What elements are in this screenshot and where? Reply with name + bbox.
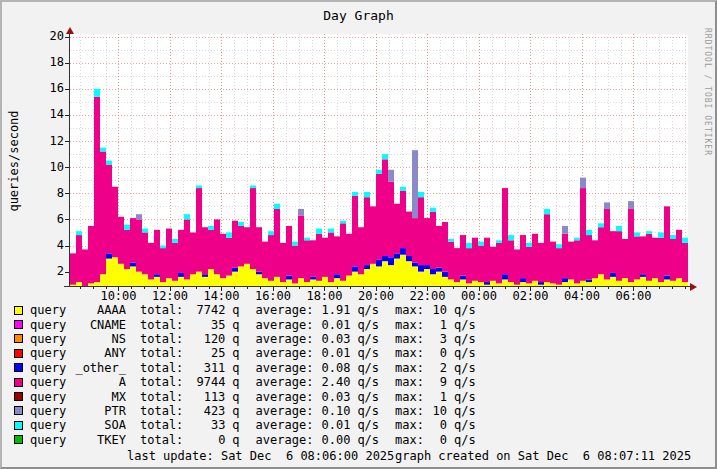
legend-q-unit: q xyxy=(232,332,239,346)
legend-query-type: A xyxy=(68,375,126,389)
legend-total-label: total: xyxy=(140,390,183,404)
legend-row: query A total: 9744 q average: 2.40 q/s … xyxy=(14,375,704,389)
legend-average-value: 0.03 xyxy=(320,390,350,404)
legend-total-value: 9744 xyxy=(183,375,225,389)
y-tick-label: 2 xyxy=(30,265,64,278)
x-tick-label: 20:00 xyxy=(354,290,398,303)
legend-total-value: 423 xyxy=(183,404,225,418)
legend-prefix: query xyxy=(30,404,68,418)
legend-total-value: 311 xyxy=(183,361,225,375)
legend-average-value: 0.01 xyxy=(320,346,350,360)
legend-prefix: query xyxy=(30,303,68,317)
y-tick-label: 6 xyxy=(30,213,64,226)
legend-qs-unit2: q/s xyxy=(454,361,476,375)
legend-max-label: max: xyxy=(395,404,424,418)
legend-max-label: max: xyxy=(395,318,424,332)
legend-average-value: 0.03 xyxy=(320,332,350,346)
legend-max-label: max: xyxy=(395,390,424,404)
legend-average-label: average: xyxy=(256,318,314,332)
legend-q-unit: q xyxy=(232,390,239,404)
y-tick-label: 10 xyxy=(30,161,64,174)
legend-query-type: _other_ xyxy=(68,361,126,375)
legend-qs-unit: q/s xyxy=(357,418,379,432)
legend-total-label: total: xyxy=(140,433,183,447)
legend-qs-unit: q/s xyxy=(357,433,379,447)
legend-total-value: 25 xyxy=(183,346,225,360)
legend-q-unit: q xyxy=(232,433,239,447)
legend-total-value: 7742 xyxy=(183,303,225,317)
legend-max-label: max: xyxy=(395,303,424,317)
legend-total-label: total: xyxy=(140,303,183,317)
x-tick-label: 18:00 xyxy=(302,290,346,303)
legend-query-type: PTR xyxy=(68,404,126,418)
y-tick-label: 16 xyxy=(30,82,64,95)
legend-total-label: total: xyxy=(140,418,183,432)
legend-prefix: query xyxy=(30,332,68,346)
legend-average-label: average: xyxy=(256,390,314,404)
legend-average-value: 2.40 xyxy=(320,375,350,389)
x-tick-label: 00:00 xyxy=(457,290,501,303)
y-tick-label: 8 xyxy=(30,187,64,200)
y-tick-label: 4 xyxy=(30,239,64,252)
legend-average-label: average: xyxy=(256,346,314,360)
legend-qs-unit: q/s xyxy=(357,318,379,332)
legend-qs-unit2: q/s xyxy=(454,303,476,317)
legend-query-type: ANY xyxy=(68,346,126,360)
legend-average-label: average: xyxy=(256,433,314,447)
legend-max-value: 10 xyxy=(431,303,447,317)
x-tick-label: 10:00 xyxy=(96,290,140,303)
legend-prefix: query xyxy=(30,361,68,375)
legend-average-label: average: xyxy=(256,375,314,389)
legend-qs-unit2: q/s xyxy=(454,390,476,404)
legend-max-value: 1 xyxy=(431,318,447,332)
legend-qs-unit2: q/s xyxy=(454,418,476,432)
legend-total-label: total: xyxy=(140,332,183,346)
legend-row: query MX total: 113 q average: 0.03 q/s … xyxy=(14,389,704,403)
legend-row: query CNAME total: 35 q average: 0.01 q/… xyxy=(14,317,704,331)
legend-swatch-icon xyxy=(14,435,23,444)
legend-query-type: MX xyxy=(68,390,126,404)
legend-total-value: 0 xyxy=(183,433,225,447)
y-axis-label: queries/second xyxy=(7,91,21,231)
legend-total-label: total: xyxy=(140,404,183,418)
legend-total-label: total: xyxy=(140,318,183,332)
legend-prefix: query xyxy=(30,318,68,332)
legend-query-type: AAAA xyxy=(68,303,126,317)
footer: last update: Sat Dec 6 08:06:00 2025 gra… xyxy=(2,449,715,469)
legend-max-value: 0 xyxy=(431,346,447,360)
legend-prefix: query xyxy=(30,346,68,360)
legend-total-label: total: xyxy=(140,346,183,360)
legend-swatch-icon xyxy=(14,406,23,415)
legend-average-value: 0.08 xyxy=(320,361,350,375)
x-tick-label: 04:00 xyxy=(560,290,604,303)
y-tick-label: 14 xyxy=(30,108,64,121)
x-tick-label: 02:00 xyxy=(508,290,552,303)
legend-total-value: 120 xyxy=(183,332,225,346)
legend-row: query TKEY total: 0 q average: 0.00 q/s … xyxy=(14,433,704,447)
legend-q-unit: q xyxy=(232,375,239,389)
legend-qs-unit: q/s xyxy=(357,361,379,375)
legend-swatch-icon xyxy=(14,421,23,430)
legend-max-label: max: xyxy=(395,361,424,375)
legend-q-unit: q xyxy=(232,404,239,418)
legend-query-type: NS xyxy=(68,332,126,346)
legend-total-value: 35 xyxy=(183,318,225,332)
legend-qs-unit2: q/s xyxy=(454,433,476,447)
x-tick-label: 12:00 xyxy=(148,290,192,303)
y-tick-label: 18 xyxy=(30,56,64,69)
legend-prefix: query xyxy=(30,375,68,389)
legend-max-value: 2 xyxy=(431,361,447,375)
legend-average-label: average: xyxy=(256,404,314,418)
legend-average-label: average: xyxy=(256,332,314,346)
legend-max-label: max: xyxy=(395,433,424,447)
legend-total-value: 33 xyxy=(183,418,225,432)
legend-query-type: TKEY xyxy=(68,433,126,447)
legend-prefix: query xyxy=(30,390,68,404)
legend-row: query PTR total: 423 q average: 0.10 q/s… xyxy=(14,404,704,418)
legend-swatch-icon xyxy=(14,306,23,315)
legend-average-label: average: xyxy=(256,418,314,432)
y-tick-label: 20 xyxy=(30,30,64,43)
legend-total-label: total: xyxy=(140,361,183,375)
x-tick-label: 22:00 xyxy=(405,290,449,303)
legend-swatch-icon xyxy=(14,349,23,358)
